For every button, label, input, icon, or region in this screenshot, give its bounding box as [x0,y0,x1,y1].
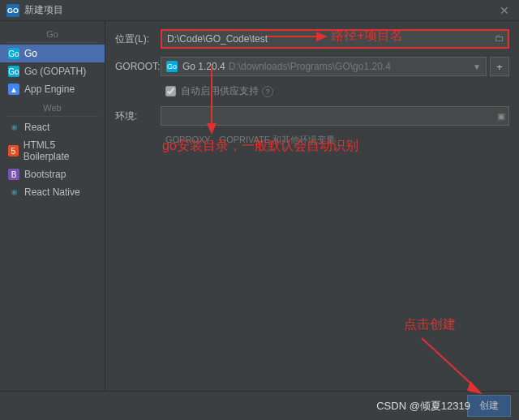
sidebar-item-label: App Engine [24,84,75,95]
goroot-label: GOROOT: [115,61,161,72]
sidebar-item-go[interactable]: Go Go [0,45,105,62]
dialog-footer: 创建 [0,391,519,420]
go-icon: Go [8,48,19,59]
main-panel: 位置(L): 🗀 GOROOT: Go Go 1.20.4 D:\downloa… [105,21,519,391]
project-type-sidebar: Go Go Go Go Go (GOPATH) ▲ App Engine Web… [0,21,105,391]
react-icon: ⚛ [8,186,19,198]
sidebar-item-html5[interactable]: 5 HTML5 Boilerplate [0,136,105,165]
env-hint: GOPROXY、GOPRIVATE 和其他环境变量 [165,134,509,146]
sidebar-item-gopath[interactable]: Go Go (GOPATH) [0,62,105,80]
auto-supply-label: 自动启用供应支持 [181,84,259,98]
chevron-down-icon: ▼ [473,62,481,71]
sidebar-item-label: React [24,122,49,133]
browse-folder-icon[interactable]: 🗀 [495,32,504,44]
location-input[interactable] [161,29,509,49]
html5-icon: 5 [8,145,19,156]
sidebar-item-bootstrap[interactable]: B Bootstrap [0,165,105,183]
sidebar-item-app-engine[interactable]: ▲ App Engine [0,80,105,98]
sidebar-item-label: Go (GOPATH) [24,66,86,77]
goroot-select[interactable]: Go Go 1.20.4 D:\downloads\Programs\GO\go… [161,57,487,76]
go-icon: Go [8,66,19,77]
env-label: 环境: [115,109,161,123]
app-icon: GO [6,4,19,17]
section-go: Go [6,26,98,43]
expand-icon[interactable]: ▣ [497,111,505,122]
bootstrap-icon: B [8,169,19,180]
env-input[interactable]: ▣ [161,106,509,126]
sidebar-item-label: Bootstrap [24,169,66,180]
location-label: 位置(L): [115,32,161,46]
go-icon: Go [166,61,178,72]
goroot-version: Go 1.20.4 [182,61,225,72]
add-sdk-button[interactable]: + [490,57,509,76]
goroot-path: D:\downloads\Programs\GO\go1.20.4 [229,61,391,72]
sidebar-item-label: Go [24,48,37,59]
create-button[interactable]: 创建 [467,395,511,417]
close-icon[interactable]: ✕ [496,4,513,17]
auto-supply-checkbox[interactable] [165,86,176,96]
title-bar: GO 新建项目 ✕ [0,0,519,21]
help-icon[interactable]: ? [262,86,273,97]
appengine-icon: ▲ [8,84,19,95]
dialog-title: 新建项目 [24,3,496,17]
section-web: Web [6,100,98,117]
sidebar-item-react-native[interactable]: ⚛ React Native [0,183,105,201]
sidebar-item-react[interactable]: ⚛ React [0,118,105,136]
react-icon: ⚛ [8,122,19,133]
sidebar-item-label: HTML5 Boilerplate [24,139,97,162]
new-project-dialog: GO 新建项目 ✕ Go Go Go Go Go (GOPATH) ▲ App … [0,0,519,420]
sidebar-item-label: React Native [24,186,80,198]
